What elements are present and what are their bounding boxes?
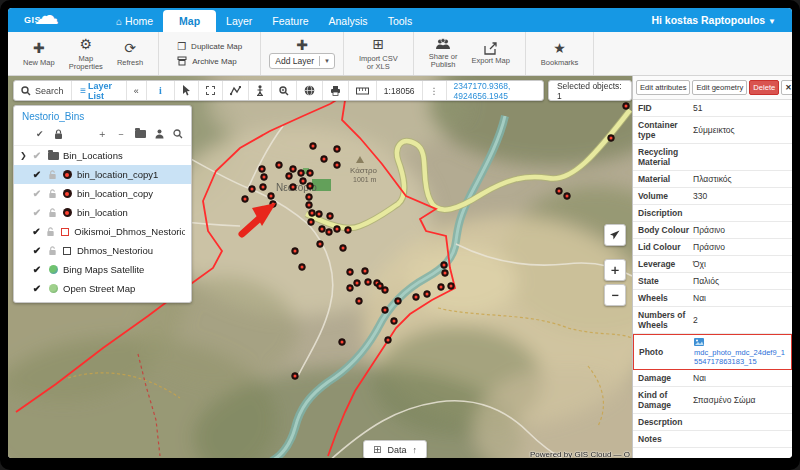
new-map-button[interactable]: ✚ New Map [16, 39, 62, 69]
bin-marker-center [426, 293, 429, 296]
add-layer-button[interactable]: Add Layer ▼ [269, 53, 335, 69]
check-all-icon[interactable]: ✔ [36, 129, 44, 140]
nav-map[interactable]: Map [163, 10, 216, 32]
layer-row-bin-location[interactable]: ✔ bin_location [14, 203, 191, 222]
scale-value[interactable]: 1:18056 [377, 81, 423, 100]
zoom-tool-button[interactable] [272, 81, 297, 100]
layer-checkbox[interactable]: ✔ [29, 226, 44, 237]
bin-marker-center [302, 180, 305, 183]
unlock-icon[interactable] [46, 227, 55, 237]
photo-link[interactable]: mdc_photo_mdc_24def9_1554717863183_15 [694, 348, 786, 366]
unlock-icon[interactable] [48, 208, 57, 218]
streetview-tool-button[interactable] [249, 81, 272, 100]
duplicate-map-button[interactable]: ❐ Duplicate Map [177, 41, 242, 52]
close-button[interactable]: ✕Close [781, 80, 792, 95]
layer-checkbox[interactable]: ✔ [29, 264, 45, 275]
unlock-icon[interactable] [48, 189, 57, 199]
remove-layer-icon[interactable]: － [116, 127, 126, 141]
bin-marker-center [364, 270, 367, 273]
bookmarks-button[interactable]: ★ Bookmarks [534, 39, 586, 69]
gis-cloud-logo[interactable]: ☁ GIS [22, 8, 86, 32]
select-tool-button[interactable] [175, 81, 199, 100]
globe-tool-button[interactable] [297, 81, 323, 100]
attr-row-kind-of-damage: Kind of DamageΣπασμένο Σώμα [633, 387, 792, 414]
layer-row-oikismoi[interactable]: ✔ Oikismoi_Dhmos_Nestoriou [14, 222, 191, 241]
coords-options-button[interactable]: ⋮ [423, 81, 447, 100]
attr-row-photo: Photo mdc_photo_mdc_24def9_1554717863183… [633, 334, 792, 370]
chevron-down-icon[interactable]: ▼ [319, 56, 334, 66]
folder-icon [48, 152, 59, 160]
layer-row-bing-satellite[interactable]: ✔ Bing Maps Satellite [14, 260, 191, 279]
nav-feature[interactable]: Feature [262, 10, 318, 32]
map-overlay-toolbar: Search ≡ Layer List « i [13, 80, 632, 101]
layer-checkbox[interactable]: ✔ [29, 150, 45, 161]
star-icon: ★ [553, 41, 566, 57]
bin-marker-center [341, 341, 344, 344]
selected-objects-badge: Selected objects: 1 [548, 80, 632, 101]
share-publish-button[interactable]: Share or Publish [422, 36, 465, 71]
layer-list-button[interactable]: ≡ Layer List [72, 81, 127, 100]
cursor-icon [182, 85, 191, 96]
refresh-button[interactable]: ⟳ Refresh [110, 39, 150, 69]
attributes-table: FID51 Container typeΣύμμεικτος Recycling… [633, 100, 792, 458]
unlock-icon[interactable] [48, 246, 57, 256]
bin-marker-center [336, 228, 339, 231]
zoom-in-button[interactable]: ＋ [604, 259, 626, 281]
map-canvas[interactable]: Νεστόριο Κάστρο 1001 m Search [8, 76, 632, 458]
bin-marker-center [300, 172, 303, 175]
attr-row-damage: DamageΝαι [633, 370, 792, 387]
archive-icon [177, 56, 187, 66]
collapse-toolbar-button[interactable]: « [127, 81, 147, 100]
home-icon: ⌂ [116, 16, 122, 27]
attr-row-discription: Discription [633, 205, 792, 222]
edit-geometry-button[interactable]: Edit geometry [692, 80, 747, 95]
unlock-icon[interactable] [48, 170, 57, 180]
layer-row-osm[interactable]: ✔ Open Street Map [14, 279, 191, 298]
lock-icon[interactable] [54, 129, 63, 140]
info-tool-button[interactable]: i [147, 81, 175, 100]
main-menu: ⌂Home Map Layer Feature Analysis Tools [106, 8, 422, 32]
export-map-button[interactable]: Export Map [465, 40, 517, 67]
toolbar-group-share: Share or Publish Export Map [414, 32, 526, 75]
refresh-icon: ⟳ [124, 41, 136, 57]
zoom-out-button[interactable]: － [604, 284, 626, 306]
layer-row-bin-location-copy[interactable]: ✔ bin_location_copy [14, 184, 191, 203]
layer-checkbox[interactable]: ✔ [29, 283, 45, 294]
layer-checkbox[interactable]: ✔ [29, 245, 45, 256]
basemap-icon [49, 284, 58, 293]
nav-tools[interactable]: Tools [378, 10, 423, 32]
measure-tool-button[interactable] [223, 81, 249, 100]
layer-checkbox[interactable]: ✔ [29, 188, 45, 199]
import-csv-button[interactable]: ⊞ Import CSV or XLS [352, 35, 405, 73]
scalebar-tool-button[interactable] [349, 81, 377, 100]
nav-analysis[interactable]: Analysis [319, 10, 378, 32]
archive-map-button[interactable]: Archive Map [177, 56, 242, 66]
bin-marker-center [292, 168, 295, 171]
attr-row-material: MaterialΠλαστικός [633, 171, 792, 188]
folder-icon[interactable] [135, 130, 146, 138]
zoom-layers-icon[interactable] [173, 129, 183, 139]
bin-marker-center [321, 228, 324, 231]
nav-home[interactable]: ⌂Home [106, 10, 163, 32]
bin-marker-center [336, 164, 339, 167]
person-icon[interactable] [155, 129, 164, 139]
data-grid-button[interactable]: ⊞ Data ↑ [363, 440, 427, 458]
user-menu[interactable]: Hi kostas Raptopoulos ▼ [651, 14, 776, 26]
layer-checkbox[interactable]: ✔ [29, 207, 45, 218]
layer-checkbox[interactable]: ✔ [29, 169, 45, 180]
bin-marker-center [270, 195, 273, 198]
search-button[interactable]: Search [14, 81, 72, 100]
map-properties-button[interactable]: ⚙ Map Properties [62, 35, 110, 73]
layer-row-dhmos[interactable]: ✔ Dhmos_Nestoriou [14, 241, 191, 260]
print-tool-button[interactable] [323, 81, 349, 100]
edit-attributes-button[interactable]: Edit attributes [636, 80, 690, 95]
layer-row-bin-location-copy1[interactable]: ✔ bin_location_copy1 [14, 165, 191, 184]
pan-mode-button[interactable] [604, 224, 626, 246]
delete-button[interactable]: Delete [749, 80, 779, 95]
add-layer-icon[interactable]: ＋ [97, 127, 107, 141]
bin-marker-center [393, 320, 396, 323]
nav-layer[interactable]: Layer [216, 10, 262, 32]
expander-icon[interactable]: ❯ [20, 151, 29, 160]
select-area-tool-button[interactable] [199, 81, 223, 100]
layer-row-bin-locations[interactable]: ❯ ✔ Bin_Locations [14, 146, 191, 165]
